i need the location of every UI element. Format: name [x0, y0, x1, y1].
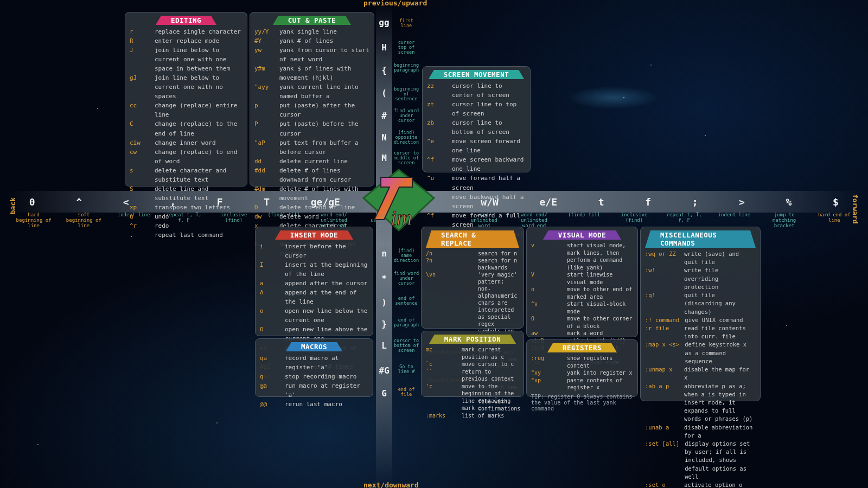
command-row: ciwchange inner word [130, 138, 242, 147]
command-key: qa [260, 354, 279, 372]
command-key: @@ [260, 400, 279, 409]
command-key: "xp [531, 377, 561, 391]
command-key: aw [531, 330, 561, 337]
panel-title: EDITING [156, 16, 216, 25]
command-row: ^vstart visual-block mode [531, 300, 633, 315]
command-desc: mark a word [567, 330, 633, 337]
command-row: :! commandgive UNIX command [645, 316, 756, 324]
panel-cut-paste: CUT & PASTEyy/Yyank single line#Yyank # … [250, 12, 374, 187]
command-row: ztcursor line to top of screen [427, 100, 526, 118]
command-desc: append at the end of the line [285, 288, 368, 306]
command-key: :w! [645, 266, 679, 291]
command-desc: move backward half a screen [452, 192, 526, 211]
command-desc: delete character and substitute text [155, 166, 242, 184]
command-key: 'c [426, 383, 456, 412]
command-row: ^rredo [130, 221, 242, 230]
command-row: :unab adisable abbreviation for a [645, 423, 756, 440]
h-motion-label: hard beginning of line [15, 213, 52, 227]
command-row: Sdelete line and substitute text [130, 184, 242, 203]
command-desc: move screen backward one line [452, 155, 526, 174]
command-row: :q!quit file (discarding any changes) [645, 291, 756, 316]
command-key: o [260, 306, 279, 325]
command-key: :ab a p [645, 382, 679, 423]
command-key: #dm [254, 184, 274, 203]
command-key: `` [426, 368, 456, 383]
v-motion-key: G [376, 388, 392, 399]
command-row: qstop recording macro [260, 372, 368, 381]
command-desc: search for n backwards [478, 257, 519, 271]
h-motion-key: % [786, 196, 792, 208]
command-desc: paste contents of register x [567, 377, 633, 391]
command-key: zt [427, 100, 446, 118]
panel-title: INSERT MODE [275, 230, 353, 240]
h-motion-key: ; [692, 196, 698, 208]
command-row: :w!write file overriding protection [645, 266, 756, 291]
command-desc: return to previous context [462, 368, 519, 383]
command-row: @@rerun last macro [260, 400, 368, 409]
command-desc: list of marks [462, 412, 519, 420]
command-row: "xppaste contents of register x [531, 377, 633, 391]
command-desc: activate option o [684, 481, 756, 488]
command-row: Jjoin line below to current one with one… [130, 46, 242, 73]
command-row: @arun macro at register 'a' [260, 381, 368, 400]
command-key: "ayy [254, 82, 274, 101]
command-desc: give UNIX command [685, 316, 756, 324]
command-row: zbcursor line to bottom of screen [427, 118, 526, 137]
command-key: r [130, 27, 149, 36]
command-key: p [254, 101, 274, 119]
command-desc: change inner word [155, 138, 242, 147]
command-desc: display options set by user; if all is i… [685, 440, 756, 481]
command-row: :r fileread file contents into curr. fil… [645, 324, 756, 341]
command-key: O [531, 315, 561, 330]
v-motion-label: (find) opposite direction [393, 130, 420, 145]
command-desc: move to other end of marked area [567, 286, 633, 300]
command-desc: run macro at register 'a' [285, 381, 368, 400]
command-key: "aP [254, 138, 274, 157]
panel-misc-commands: MISCELLANEOUS COMMANDS:wq or ZZwrite (sa… [640, 227, 761, 401]
command-row: .repeat last command [130, 230, 242, 240]
v-motion-key: * [376, 273, 392, 284]
panel-title: MACROS [286, 342, 342, 351]
command-row: ``return to previous context [426, 368, 519, 383]
command-desc: delete # of lines with movement [279, 184, 369, 203]
h-motion-key: > [739, 196, 745, 208]
command-row: Cchange (replace) to the end of line [130, 119, 242, 138]
command-desc: join line below to current one with no s… [155, 73, 242, 101]
v-motion-key: gg [376, 17, 392, 28]
command-row: `cmove cursor to c [426, 361, 519, 368]
command-key: :marks [426, 412, 456, 420]
command-desc: transpose two letters [155, 203, 242, 212]
command-desc: delete to end of line [279, 203, 369, 212]
vertical-axis-labels: first linecursor top of screenbeginning … [393, 0, 420, 488]
command-row: ^emove screen forward one line [427, 137, 526, 155]
command-desc: move to the beginning of the line contai… [462, 383, 519, 412]
panel-macros: MACROSqarecord macro at register 'a'qsto… [255, 338, 373, 397]
command-row: Vstart linewise visual mode [531, 271, 633, 286]
registers-tip: TIP: register 0 always contains the valu… [531, 394, 633, 412]
command-row: aappend after the cursor [260, 279, 368, 288]
command-row: vstart visual mode, mark lines, then per… [531, 242, 633, 271]
command-key: . [130, 230, 149, 240]
command-row: ?nsearch for n backwards [426, 257, 519, 271]
v-motion-label: end of sentence [393, 296, 420, 306]
panel-mark-position: MARK POSITIONmcmark current position as … [421, 331, 524, 397]
h-motion-label: inclusive (find) [616, 213, 653, 227]
h-motion-key: $ [833, 196, 839, 208]
command-key: :r file [645, 324, 679, 341]
command-key: :set [all] [645, 440, 679, 481]
command-desc: yank $ of lines with movement (hjkl) [279, 64, 369, 82]
h-motion-label: (find) till [566, 213, 603, 227]
command-row: ^dmove backward half a screen [427, 192, 526, 211]
command-key: I [260, 260, 279, 279]
command-key: @a [260, 381, 279, 400]
command-row: rreplace single character [130, 27, 242, 36]
command-row: Omove to other corner of a block [531, 315, 633, 330]
panel-title: MISCELLANEOUS COMMANDS [645, 230, 756, 248]
command-desc: yank single line [279, 27, 369, 36]
command-key: ?n [426, 257, 473, 271]
command-row: /nsearch for n [426, 250, 519, 257]
command-row: sdelete character and substitute text [130, 166, 242, 184]
command-row: :wq or ZZwrite (save) and quit file [645, 250, 756, 266]
v-motion-label: find word under cursor [393, 271, 420, 286]
command-key: a [260, 279, 279, 288]
